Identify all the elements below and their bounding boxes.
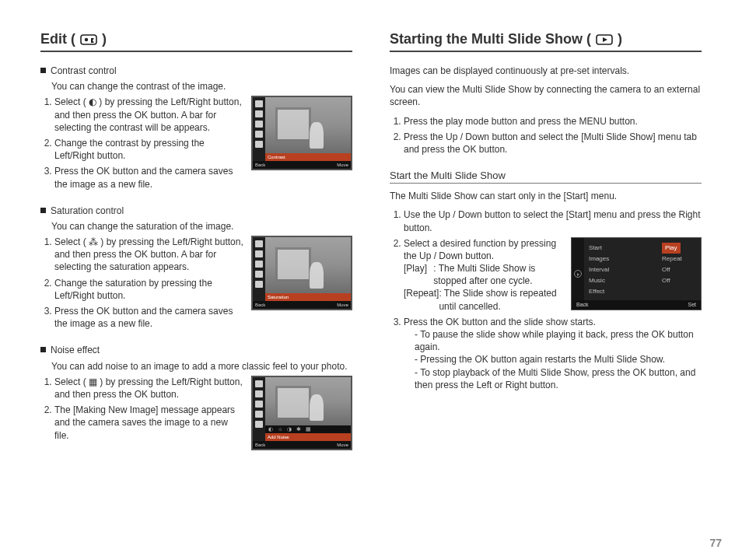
menu-label-start: Start bbox=[589, 243, 609, 254]
start-subheading: Start the Multi Slide Show bbox=[390, 170, 702, 184]
menu-label-interval: Interval bbox=[589, 264, 609, 275]
menu-play-icon bbox=[574, 270, 582, 278]
right-column: Starting the Multi Slide Show ( ) Images… bbox=[371, 31, 711, 544]
noise-desc: You can add noise to an image to add a m… bbox=[40, 360, 352, 373]
page-number: 77 bbox=[709, 537, 722, 549]
slideshow-top-steps: Press the play mode button and press the… bbox=[390, 115, 702, 156]
edit-heading: Edit ( ) bbox=[40, 31, 352, 52]
noise-fig-back: Back bbox=[255, 443, 265, 447]
start-menu-figure: Start Images Interval Music Effect Play … bbox=[571, 237, 702, 310]
bullet-square bbox=[40, 68, 46, 73]
play-val: : The Multi Slide Show is stopped after … bbox=[433, 262, 563, 287]
start-subintro: The Multi Slide Show can start only in t… bbox=[390, 190, 702, 202]
saturation-fig-label: Saturation bbox=[268, 295, 289, 299]
play-key: [Play] bbox=[404, 262, 433, 287]
menu-value-repeat: Repeat bbox=[662, 254, 696, 264]
start-step-3-lead: Press the OK button and the slide show s… bbox=[404, 316, 702, 328]
top-step-1: Press the play mode button and press the… bbox=[404, 115, 702, 128]
slideshow-intro-2: You can view the Multi Slide Show by con… bbox=[390, 83, 702, 108]
saturation-block: Saturation control You can change the sa… bbox=[40, 205, 352, 334]
contrast-fig-label: Contrast bbox=[268, 155, 285, 159]
contrast-fig-move: Move bbox=[337, 163, 348, 167]
contrast-title: Contrast control bbox=[51, 65, 117, 76]
repeat-key: [Repeat] bbox=[404, 287, 439, 312]
contrast-title-line: Contrast control bbox=[40, 65, 352, 77]
svg-point-1 bbox=[85, 37, 88, 40]
contrast-desc: You can change the contrast of the image… bbox=[40, 80, 352, 93]
repeat-val: : The Slide show is repeated until cance… bbox=[439, 287, 563, 312]
saturation-title: Saturation control bbox=[51, 205, 124, 216]
noise-block: Noise effect You can add noise to an ima… bbox=[40, 344, 352, 450]
step3-dash-3: To stop playback of the Multi Slide Show… bbox=[415, 366, 702, 391]
start-step-3: Press the OK button and the slide show s… bbox=[404, 316, 702, 391]
menu-label-effect: Effect bbox=[589, 286, 609, 297]
edit-heading-close: ) bbox=[102, 31, 107, 47]
step3-dash-2: Pressing the OK button again restarts th… bbox=[415, 353, 702, 366]
contrast-fig-back: Back bbox=[255, 163, 265, 167]
noise-fig-label: Add Noise bbox=[268, 435, 289, 439]
noise-fig-move: Move bbox=[337, 443, 348, 447]
edit-icon bbox=[80, 33, 97, 46]
start-step-2: Start Images Interval Music Effect Play … bbox=[404, 237, 702, 313]
menu-value-effect: Off bbox=[662, 275, 696, 286]
menu-set: Set bbox=[688, 301, 696, 308]
menu-back: Back bbox=[576, 301, 589, 308]
slideshow-heading: Starting the Multi Slide Show ( ) bbox=[390, 31, 702, 52]
menu-value-music: Off bbox=[662, 264, 696, 275]
contrast-block: Contrast control You can change the cont… bbox=[40, 65, 352, 194]
edit-heading-text: Edit ( bbox=[40, 31, 75, 47]
noise-title-line: Noise effect bbox=[40, 344, 352, 356]
slideshow-intro-1: Images can be displayed continuously at … bbox=[390, 65, 702, 77]
menu-label-images: Images bbox=[589, 254, 609, 264]
step3-dash-1: To pause the slide show while playing it… bbox=[415, 328, 702, 353]
left-column: Edit ( ) Contrast control You can change… bbox=[31, 31, 371, 544]
top-step-2: Press the Up / Down button and select th… bbox=[404, 131, 702, 156]
menu-value-play: Play bbox=[662, 243, 681, 254]
noise-figure: ◐☼◑✱▦ Add Noise BackMove bbox=[251, 376, 352, 450]
saturation-title-line: Saturation control bbox=[40, 205, 352, 217]
svg-marker-3 bbox=[603, 37, 607, 42]
start-step-1: Use the Up / Down button to select the [… bbox=[404, 208, 702, 233]
saturation-fig-back: Back bbox=[255, 303, 265, 307]
start-steps: Use the Up / Down button to select the [… bbox=[390, 208, 702, 391]
saturation-desc: You can change the saturation of the ima… bbox=[40, 220, 352, 233]
svg-rect-0 bbox=[81, 35, 96, 44]
saturation-figure: Saturation BackMove bbox=[251, 236, 352, 310]
play-icon bbox=[596, 33, 613, 46]
contrast-figure: Contrast BackMove bbox=[251, 96, 352, 170]
slideshow-heading-text: Starting the Multi Slide Show ( bbox=[390, 31, 591, 47]
noise-title: Noise effect bbox=[51, 345, 100, 355]
saturation-fig-move: Move bbox=[337, 303, 348, 307]
menu-label-music: Music bbox=[589, 275, 609, 286]
slideshow-heading-close: ) bbox=[618, 31, 622, 47]
